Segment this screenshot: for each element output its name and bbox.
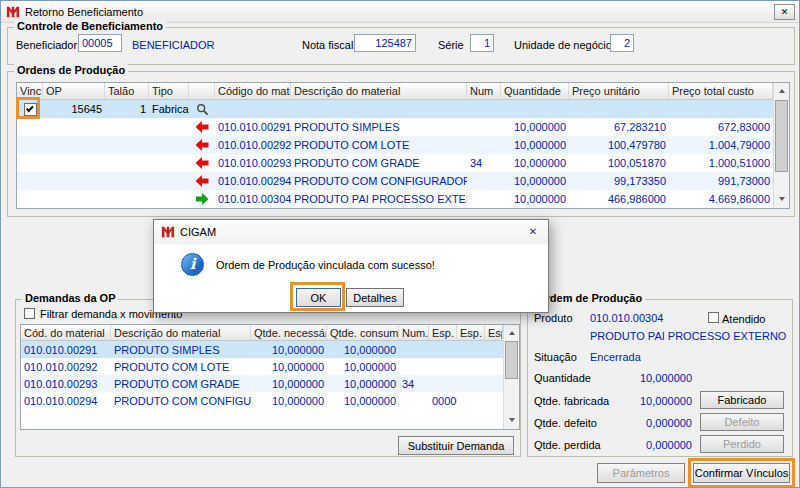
esp1-cell: 000007 — [429, 395, 457, 407]
nota-fiscal-field[interactable]: 125487 — [354, 34, 416, 52]
material-row[interactable]: 010.010.00293 PRODUTO COM GRADE 34 10,00… — [17, 154, 773, 172]
scroll-up-icon[interactable] — [504, 326, 519, 341]
produto-label: Produto — [534, 312, 573, 324]
consumed-arrow-icon — [196, 139, 209, 151]
substituir-demanda-button[interactable]: Substituir Demanda — [398, 436, 514, 455]
arrow-cell — [189, 175, 215, 187]
demanda-row[interactable]: 010.010.00293 PRODUTO COM GRADE 10,00000… — [21, 375, 505, 392]
quantidade-cell: 10,000000 — [501, 193, 569, 205]
beneficiador-label: Beneficiador — [16, 39, 77, 51]
retorno-beneficiamento-window: Retorno Beneficiamento ✕ Controle de Ben… — [0, 0, 800, 488]
material-row[interactable]: 010.010.00291 PRODUTO SIMPLES 10,000000 … — [17, 118, 773, 136]
col-descricao-material[interactable]: Descrição do material — [111, 325, 251, 340]
col-tipo[interactable]: Tipo — [149, 83, 189, 99]
consumida-cell: 10,000000 — [327, 378, 399, 390]
beneficiador-name: BENEFICIADOR — [132, 39, 215, 51]
demandas-table-header: Cód. do material Descrição do material Q… — [21, 325, 503, 341]
demanda-row[interactable]: 010.010.00294 PRODUTO COM CONFIGURADOR 1… — [21, 392, 505, 409]
magnifier-icon[interactable] — [196, 103, 209, 116]
necessaria-cell: 10,000000 — [251, 395, 327, 407]
preco-total-cell: 1.004,79000 — [669, 139, 773, 151]
necessaria-cell: 10,000000 — [251, 378, 327, 390]
op-cell: 15645 — [43, 103, 105, 115]
ok-button[interactable]: OK — [296, 288, 341, 307]
detalhes-button[interactable]: Detalhes — [346, 288, 404, 307]
beneficiador-code-field[interactable]: 00005 — [78, 34, 122, 52]
col-preco-unitario[interactable]: Preço unitário — [569, 83, 669, 99]
consumed-arrow-icon — [196, 121, 209, 133]
col-cod-material[interactable]: Cód. do material — [21, 325, 111, 340]
nota-fiscal-label: Nota fiscal — [302, 39, 353, 51]
serie-field[interactable]: 1 — [470, 34, 494, 52]
col-esp2[interactable]: Esp. 2 — [457, 325, 485, 340]
filtrar-demanda-checkbox[interactable] — [24, 308, 35, 319]
col-quantidade[interactable]: Quantidade — [501, 83, 569, 99]
scroll-down-icon[interactable] — [774, 192, 789, 207]
op-row[interactable]: 15645 1 Fabricado — [17, 100, 773, 118]
quantidade-label: Quantidade — [534, 372, 591, 384]
scroll-thumb[interactable] — [775, 100, 788, 172]
col-num[interactable]: Num — [467, 83, 501, 99]
col-codigo-material[interactable]: Código do material — [215, 83, 291, 99]
quantidade-value: 10,000000 — [604, 372, 692, 384]
col-num[interactable]: Num. — [399, 325, 429, 340]
material-row[interactable]: 010.010.00294 PRODUTO COM CONFIGURADOR 1… — [17, 172, 773, 190]
unidade-negocio-field[interactable]: 2 — [610, 34, 634, 52]
demanda-row[interactable]: 010.010.00292 PRODUTO COM LOTE 10,000000… — [21, 358, 505, 375]
descricao-cell: PRODUTO COM GRADE — [291, 157, 467, 169]
dialog-close-icon[interactable]: ✕ — [518, 220, 548, 244]
cigam-message-dialog: CIGAM ✕ Ordem de Produção vinculada com … — [153, 219, 549, 313]
serie-label: Série — [438, 39, 464, 51]
col-qtde-necessaria[interactable]: Qtde. necessária — [251, 325, 327, 340]
col-qtde-consumida[interactable]: Qtde. consumida — [327, 325, 399, 340]
consumed-arrow-icon — [196, 157, 209, 169]
fabricado-button[interactable]: Fabricado — [700, 391, 784, 409]
col-talao[interactable]: Talão — [105, 83, 149, 99]
situacao-value: Encerrada — [590, 351, 641, 363]
descricao-cell: PRODUTO SIMPLES — [291, 121, 467, 133]
col-descricao-material[interactable]: Descrição do material — [291, 83, 467, 99]
col-esp3[interactable]: Esp. 3 — [485, 325, 503, 340]
qtde-fabricada-label: Qtde. fabricada — [534, 395, 609, 407]
dialog-titlebar: CIGAM ✕ — [154, 220, 548, 244]
scroll-up-icon[interactable] — [774, 84, 789, 99]
material-row[interactable]: 010.010.00304 PRODUTO PAI PROCESSO EXTER… — [17, 190, 773, 208]
window-close-button[interactable]: ✕ — [774, 4, 795, 20]
ordem-producao-group-title: Ordem de Produção — [534, 292, 645, 304]
col-esp1[interactable]: Esp. 1 — [429, 325, 457, 340]
vinc-cell — [17, 103, 43, 116]
produto-codigo: 010.010.00304 — [590, 312, 663, 324]
info-icon — [181, 253, 204, 276]
ordens-table-header: Vinc. OP Talão Tipo Código do material D… — [17, 83, 773, 100]
scroll-thumb[interactable] — [505, 341, 518, 379]
dialog-message: Ordem de Produção vinculada com sucesso! — [216, 259, 435, 271]
qtde-fabricada-value: 10,000000 — [604, 395, 692, 407]
col-icon[interactable] — [189, 83, 215, 99]
consumida-cell: 10,000000 — [327, 344, 399, 356]
qtde-perdida-value: 0,000000 — [604, 439, 692, 451]
demandas-table: Cód. do material Descrição do material Q… — [20, 324, 520, 430]
demandas-scrollbar[interactable] — [503, 325, 519, 429]
material-row[interactable]: 010.010.00292 PRODUTO COM LOTE 10,000000… — [17, 136, 773, 154]
demanda-row[interactable]: 010.010.00291 PRODUTO SIMPLES 10,000000 … — [21, 341, 505, 358]
preco-total-cell: 4.669,86000 — [669, 193, 773, 205]
vinc-checkbox[interactable] — [24, 103, 37, 116]
cod-cell: 010.010.00291 — [21, 344, 111, 356]
quantidade-cell: 10,000000 — [501, 175, 569, 187]
preco-unitario-cell: 466,986000 — [569, 193, 669, 205]
codigo-cell: 010.010.00293 — [215, 157, 291, 169]
confirmar-vinculos-button[interactable]: Confirmar Vínculos — [693, 463, 790, 483]
preco-total-cell: 672,83000 — [669, 121, 773, 133]
parametros-button: Parâmetros — [597, 463, 685, 483]
preco-total-cell: 991,73000 — [669, 175, 773, 187]
col-preco-total[interactable]: Preço total custo — [669, 83, 773, 99]
descricao-cell: PRODUTO COM GRADE — [111, 378, 251, 390]
ordens-scrollbar[interactable] — [773, 83, 789, 208]
preco-unitario-cell: 100,051870 — [569, 157, 669, 169]
ordem-producao-group: Ordem de Produção Produto 010.010.00304 … — [527, 299, 793, 457]
zoom-cell — [189, 103, 215, 116]
atendido-checkbox[interactable] — [708, 312, 719, 323]
col-op[interactable]: OP — [43, 83, 105, 99]
scroll-down-icon[interactable] — [504, 413, 519, 428]
col-vinc[interactable]: Vinc. — [17, 83, 43, 99]
